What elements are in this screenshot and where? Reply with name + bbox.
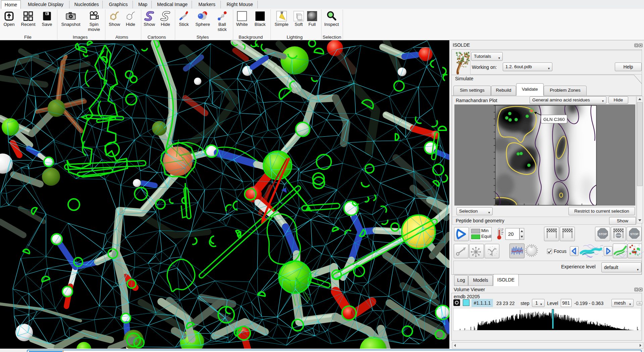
svg-text:STOP: STOP	[598, 232, 606, 236]
svg-text:STOP: STOP	[630, 232, 638, 236]
svg-text:GLN C360: GLN C360	[543, 117, 565, 122]
svg-text:STOP: STOP	[616, 234, 621, 236]
